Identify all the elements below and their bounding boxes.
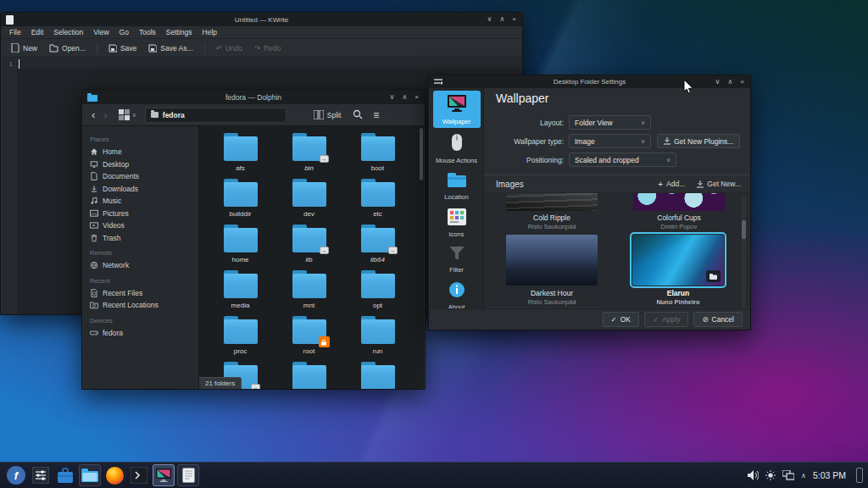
cancel-button[interactable]: ⊘Cancel bbox=[693, 312, 743, 327]
folder-item[interactable]: dev bbox=[275, 177, 343, 218]
app-launcher-button[interactable]: f bbox=[5, 464, 27, 486]
system-settings-launcher[interactable] bbox=[30, 464, 52, 486]
folder-item[interactable]: afs bbox=[206, 131, 275, 172]
dolphin-folder-view[interactable]: afs →bin boot builddir dev etc home →lib… bbox=[199, 126, 424, 389]
brightness-icon[interactable] bbox=[765, 470, 776, 480]
sidebar-tab-location[interactable]: Location bbox=[433, 169, 481, 203]
folder-item[interactable]: →lib64 bbox=[343, 223, 412, 263]
scrollbar[interactable] bbox=[420, 128, 423, 180]
folder-item[interactable]: proc bbox=[206, 314, 275, 355]
kwrite-maximize-button[interactable]: ∧ bbox=[499, 13, 504, 26]
dialog-minimize-button[interactable]: ∨ bbox=[715, 75, 721, 89]
save-as-button[interactable]: Save As... bbox=[143, 42, 198, 55]
dialog-maximize-button[interactable]: ∧ bbox=[727, 75, 732, 89]
dolphin-minimize-button[interactable]: ∨ bbox=[390, 91, 395, 104]
konsole-launcher[interactable] bbox=[128, 464, 150, 486]
sidebar-item-downloads[interactable]: Downloads bbox=[90, 183, 198, 196]
folder-item[interactable]: mnt bbox=[275, 269, 343, 309]
sidebar-tab-icons[interactable]: Icons bbox=[433, 205, 481, 241]
wallpaper-thumb-colorful-cups[interactable] bbox=[633, 193, 725, 211]
sidebar-item-network[interactable]: Network bbox=[90, 259, 198, 272]
search-button[interactable] bbox=[353, 108, 363, 123]
folder-item[interactable] bbox=[275, 360, 343, 389]
dolphin-titlebar[interactable]: fedora — Dolphin ∨ ∧ × bbox=[82, 90, 425, 104]
dolphin-maximize-button[interactable]: ∧ bbox=[402, 91, 407, 104]
breadcrumb[interactable]: fedora bbox=[163, 111, 185, 119]
dialog-titlebar[interactable]: Desktop Folder Settings ∨ ∧ × bbox=[429, 75, 750, 88]
ok-button[interactable]: ✓OK bbox=[603, 312, 639, 327]
sidebar-item-fedora[interactable]: fedora bbox=[90, 327, 198, 340]
get-new-wallpapers-button[interactable]: Get New... bbox=[697, 180, 741, 188]
kwrite-close-button[interactable]: × bbox=[512, 13, 516, 26]
sidebar-tab-wallpaper[interactable]: Wallpaper bbox=[433, 91, 481, 128]
hamburger-menu-icon[interactable]: ≡ bbox=[373, 109, 379, 121]
sidebar-item-documents[interactable]: Documents bbox=[90, 170, 198, 183]
save-button[interactable]: Save bbox=[103, 42, 142, 55]
menu-settings[interactable]: Settings bbox=[161, 28, 198, 36]
sidebar-item-videos[interactable]: Videos bbox=[90, 219, 198, 232]
sidebar-item-music[interactable]: Music bbox=[90, 195, 198, 208]
display-config-icon[interactable] bbox=[782, 470, 794, 480]
folder-item[interactable]: →bin bbox=[275, 131, 343, 172]
new-button[interactable]: New bbox=[6, 41, 42, 55]
sidebar-item-trash[interactable]: Trash bbox=[90, 232, 198, 245]
wallpaper-type-dropdown[interactable]: Image∨ bbox=[569, 134, 651, 148]
wallpaper-thumb-cold-ripple[interactable] bbox=[506, 193, 598, 211]
layout-dropdown[interactable]: Folder View∨ bbox=[569, 115, 651, 130]
folder-item[interactable]: etc bbox=[343, 177, 412, 218]
add-image-button[interactable]: +Add... bbox=[658, 180, 685, 189]
positioning-dropdown[interactable]: Scaled and cropped∨ bbox=[569, 152, 676, 167]
folder-item[interactable] bbox=[343, 360, 412, 389]
folder-item[interactable]: builddir bbox=[206, 177, 275, 218]
menu-selection[interactable]: Selection bbox=[48, 28, 88, 36]
kwrite-titlebar[interactable]: Untitled — KWrite ∨ ∧ × bbox=[1, 13, 522, 26]
scrollbar[interactable] bbox=[742, 195, 746, 308]
wallpaper-thumb-darkest-hour[interactable] bbox=[506, 235, 598, 286]
dialog-close-button[interactable]: × bbox=[740, 75, 744, 89]
volume-icon[interactable] bbox=[748, 470, 759, 480]
menu-tools[interactable]: Tools bbox=[134, 28, 161, 36]
tray-expand-icon[interactable]: ∧ bbox=[801, 472, 806, 480]
folder-settings-task-button[interactable] bbox=[153, 464, 175, 486]
folder-item[interactable]: home bbox=[206, 223, 275, 263]
folder-item[interactable]: boot bbox=[343, 131, 412, 172]
menu-help[interactable]: Help bbox=[198, 28, 222, 36]
sidebar-tab-mouse-actions[interactable]: Mouse Actions bbox=[433, 130, 481, 167]
wallpaper-list[interactable]: Cold RippleRisto Saukonpää Colorful Cups… bbox=[484, 193, 749, 307]
discover-launcher[interactable] bbox=[54, 464, 76, 486]
devices-header: Devices bbox=[90, 317, 198, 324]
split-button[interactable]: Split bbox=[314, 110, 342, 119]
folder-item[interactable]: root bbox=[275, 314, 343, 355]
folder-icon: → bbox=[361, 228, 395, 252]
open-button[interactable]: Open... bbox=[44, 42, 91, 55]
back-button[interactable]: ‹ bbox=[87, 105, 99, 125]
open-containing-folder-button[interactable] bbox=[706, 270, 721, 282]
sidebar-item-home[interactable]: Home bbox=[90, 146, 198, 158]
sidebar-item-recent-locations[interactable]: Recent Locations bbox=[90, 299, 198, 312]
sidebar-item-pictures[interactable]: Pictures bbox=[90, 208, 198, 220]
folder-item[interactable]: opt bbox=[343, 269, 412, 309]
menu-go[interactable]: Go bbox=[114, 28, 134, 36]
sidebar-item-desktop[interactable]: Desktop bbox=[90, 158, 198, 171]
menu-file[interactable]: File bbox=[4, 28, 26, 36]
sidebar-tab-filter[interactable]: Filter bbox=[433, 242, 481, 276]
dolphin-close-button[interactable]: × bbox=[415, 91, 419, 104]
get-new-plugins-button[interactable]: Get New Plugins... bbox=[657, 134, 740, 148]
view-mode-button[interactable]: ∨ bbox=[119, 109, 136, 120]
firefox-launcher[interactable] bbox=[103, 464, 125, 486]
sidebar-item-recent-files[interactable]: Recent Files bbox=[90, 287, 198, 300]
location-bar[interactable]: fedora bbox=[145, 108, 287, 123]
menu-view[interactable]: View bbox=[88, 28, 114, 36]
wallpaper-icon bbox=[446, 94, 468, 113]
folder-item[interactable]: media bbox=[206, 269, 275, 309]
toolbar-separator bbox=[204, 42, 205, 54]
folder-item[interactable]: run bbox=[343, 314, 412, 355]
dolphin-task-button[interactable] bbox=[79, 464, 101, 486]
clock[interactable]: 5:03 PM bbox=[813, 470, 846, 480]
show-desktop-button[interactable] bbox=[856, 468, 863, 483]
wallpaper-thumb-elarun-selected[interactable] bbox=[632, 235, 724, 286]
menu-edit[interactable]: Edit bbox=[26, 28, 49, 36]
kwrite-task-button[interactable] bbox=[177, 464, 199, 486]
folder-item[interactable]: →lib bbox=[275, 223, 343, 263]
kwrite-minimize-button[interactable]: ∨ bbox=[487, 13, 492, 26]
